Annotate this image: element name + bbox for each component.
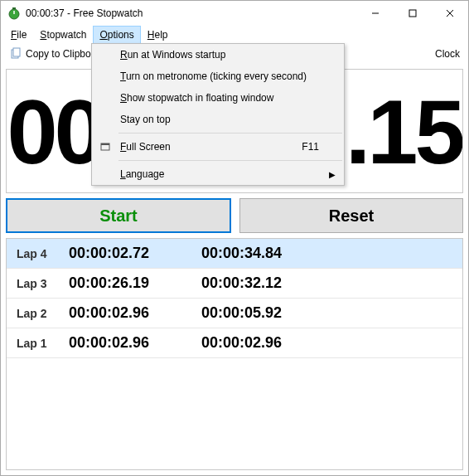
start-button[interactable]: Start <box>6 198 231 233</box>
lap-split-time: 00:00:02.96 <box>69 334 201 352</box>
lap-label: Lap 4 <box>7 247 69 260</box>
svg-rect-4 <box>409 10 416 17</box>
reset-button[interactable]: Reset <box>239 198 463 233</box>
option-metronome[interactable]: Turn on metronome (ticking every second) <box>92 66 344 87</box>
clock-label: Clock <box>435 48 460 60</box>
options-dropdown: Run at Windows startup Turn on metronome… <box>91 43 345 186</box>
window-controls <box>356 1 468 26</box>
button-row: Start Reset <box>6 198 463 233</box>
minimize-button[interactable] <box>356 1 394 26</box>
menu-separator <box>118 160 342 161</box>
lap-split-time: 00:00:26.19 <box>69 274 201 292</box>
svg-rect-8 <box>13 48 20 56</box>
menu-help[interactable]: Help <box>141 26 175 44</box>
menubar: File Stopwatch Options Help <box>1 26 468 44</box>
option-stay-on-top[interactable]: Stay on top <box>92 109 344 130</box>
fullscreen-icon <box>99 142 112 152</box>
option-run-at-startup[interactable]: Run at Windows startup <box>92 44 344 66</box>
clipboard-icon <box>9 47 22 61</box>
lap-total-time: 00:00:02.96 <box>201 334 334 352</box>
svg-rect-10 <box>101 143 109 145</box>
lap-total-time: 00:00:05.92 <box>201 304 334 322</box>
lap-label: Lap 3 <box>7 277 69 290</box>
lap-row[interactable]: Lap 200:00:02.9600:00:05.92 <box>7 299 462 328</box>
menu-options[interactable]: Options <box>93 26 140 44</box>
window-title: 00:00:37 - Free Stopwatch <box>26 7 356 19</box>
lap-label: Lap 1 <box>7 337 69 350</box>
menu-file[interactable]: File <box>4 26 33 44</box>
fullscreen-shortcut: F11 <box>302 141 319 153</box>
lap-total-time: 00:00:34.84 <box>201 245 334 262</box>
submenu-arrow-icon: ▶ <box>329 170 336 179</box>
app-window: 00:00:37 - Free Stopwatch File Stopwatch… <box>0 0 469 476</box>
lap-split-time: 00:00:02.96 <box>69 304 201 322</box>
option-floating-window[interactable]: Show stopwatch in floating window <box>92 87 344 109</box>
titlebar: 00:00:37 - Free Stopwatch <box>1 1 468 26</box>
lap-row[interactable]: Lap 400:00:02.7200:00:34.84 <box>7 239 462 269</box>
menu-separator <box>118 133 342 134</box>
lap-row[interactable]: Lap 100:00:02.9600:00:02.96 <box>7 328 462 358</box>
lap-row[interactable]: Lap 300:00:26.1900:00:32.12 <box>7 269 462 299</box>
option-full-screen[interactable]: Full Screen F11 <box>92 136 344 158</box>
laps-panel: Lap 400:00:02.7200:00:34.84Lap 300:00:26… <box>6 238 463 470</box>
lap-total-time: 00:00:32.12 <box>201 274 334 292</box>
menu-stopwatch[interactable]: Stopwatch <box>33 26 93 44</box>
maximize-button[interactable] <box>394 1 431 26</box>
svg-rect-1 <box>12 7 16 9</box>
app-icon <box>7 7 21 20</box>
clock-button[interactable]: Clock <box>432 46 463 61</box>
lap-label: Lap 2 <box>7 307 69 320</box>
option-language[interactable]: Language ▶ <box>92 163 344 185</box>
lap-split-time: 00:00:02.72 <box>69 245 201 262</box>
close-button[interactable] <box>431 1 468 26</box>
